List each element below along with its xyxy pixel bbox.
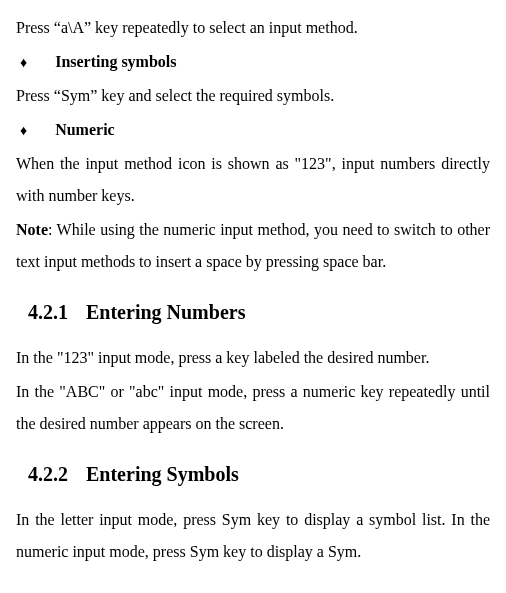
bullet-inserting-symbols: ♦ Inserting symbols [16,46,490,78]
note-paragraph: Note: While using the numeric input meth… [16,214,490,278]
diamond-icon: ♦ [20,49,27,77]
heading-421: 4.2.1Entering Numbers [28,292,490,332]
heading-421-title: Entering Numbers [86,301,245,323]
bullet-label-inserting-symbols: Inserting symbols [55,46,176,78]
heading-422-title: Entering Symbols [86,463,239,485]
section-422-p1: In the letter input mode, press Sym key … [16,504,490,568]
intro-paragraph: Press “a\A” key repeatedly to select an … [16,12,490,44]
bullet-label-numeric: Numeric [55,114,115,146]
section-421-p2: In the "ABC" or "abc" input mode, press … [16,376,490,440]
heading-422-number: 4.2.2 [28,463,68,485]
heading-421-number: 4.2.1 [28,301,68,323]
section-421-p1: In the "123" input mode, press a key lab… [16,342,490,374]
note-body: : While using the numeric input method, … [16,221,490,270]
diamond-icon: ♦ [20,117,27,145]
inserting-symbols-body: Press “Sym” key and select the required … [16,80,490,112]
bullet-numeric: ♦ Numeric [16,114,490,146]
numeric-body: When the input method icon is shown as "… [16,148,490,212]
heading-422: 4.2.2Entering Symbols [28,454,490,494]
note-label: Note [16,221,48,238]
